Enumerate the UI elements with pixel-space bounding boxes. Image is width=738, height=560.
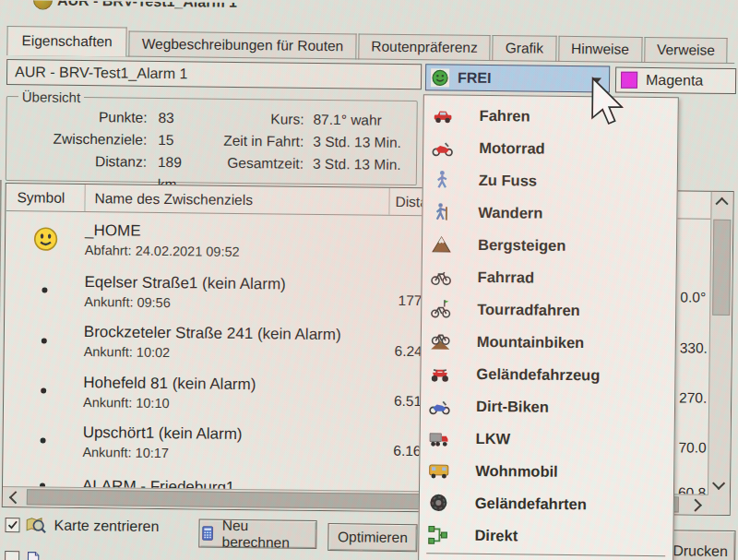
activity-value: FREI (458, 69, 492, 86)
menu-item-fahrrad[interactable]: Fahrrad (422, 260, 675, 295)
center-map-checkbox[interactable] (5, 518, 19, 532)
waypoint-name: Eqelser Straße1 (kein Alarm) (84, 273, 379, 295)
menu-item-wohnmobil[interactable]: Wohnmobil (420, 454, 673, 489)
menu-item-gelaendefahrten[interactable]: Geländefahrten (420, 486, 673, 521)
color-value: Magenta (646, 72, 703, 89)
menu-item-label: Direkt (474, 527, 518, 545)
dot-icon (42, 288, 47, 293)
waypoint-cell: Brockzeteler Straße 241 (kein Alarm) Ank… (84, 323, 379, 363)
column-header-symbol[interactable]: Symbol (6, 184, 85, 211)
waypoint-course: 270. (679, 389, 709, 406)
color-combobox[interactable]: Magenta (615, 67, 736, 94)
center-map-option[interactable]: Karte zentrieren (5, 515, 159, 536)
window-titlebar: AUR - BRV-Test1_Alarm 1 (0, 0, 738, 21)
route-name-input[interactable] (6, 59, 422, 89)
waypoint-cell: Eqelser Straße1 (kein Alarm) Ankunft: 09… (84, 273, 379, 313)
menu-item-lkw[interactable]: LKW (420, 422, 673, 457)
recalculate-label: Neu berechnen (222, 517, 316, 551)
waypoint-symbol-cell (5, 287, 84, 293)
menu-separator (426, 553, 665, 556)
activity-combobox[interactable]: FREI (425, 64, 610, 92)
value-punkte: 83 (147, 107, 200, 130)
clipped-checkbox[interactable] (5, 551, 19, 560)
menu-item-label: Tourradfahren (477, 301, 580, 319)
value-zeit-in-fahrt: 3 Std. 13 Min. (304, 131, 412, 154)
map-magnifier-icon (25, 515, 46, 534)
scroll-right-icon[interactable] (689, 499, 702, 512)
waypoint-name: Brockzeteler Straße 241 (kein Alarm) (84, 323, 379, 345)
scroll-left-icon[interactable] (9, 491, 22, 504)
label-zeit-in-fahrt: Zeit in Fahrt: (200, 129, 304, 152)
menu-item-label: Motorrad (479, 139, 545, 158)
tab-wegbeschreibungen[interactable]: Wegbeschreibungen für Routen (129, 31, 357, 60)
motorcycle-icon (432, 137, 453, 158)
waypoint-symbol-cell (4, 387, 83, 394)
tab-eigenschaften[interactable]: Eigenschaften (6, 26, 127, 56)
menu-item-gelaendefahrzeug[interactable]: Geländefahrzeug (421, 357, 674, 392)
hiker-icon (431, 201, 452, 222)
scroll-down-icon[interactable] (712, 477, 725, 490)
checkmark-icon (6, 519, 18, 530)
optimize-label: Optimieren (338, 529, 408, 546)
vertical-scrollbar[interactable] (708, 192, 733, 495)
waypoint-name: Upschört1 (kein Alarm) (83, 423, 378, 446)
activity-dropdown-menu: Fahren Motorrad Zu Fuss Wandern Bergstei… (418, 94, 679, 560)
overview-groupbox: Übersicht Punkte: 83 Kurs: 87.1° wahr Zw… (6, 89, 418, 185)
waypoint-symbol-cell (5, 338, 84, 344)
tab-grafik[interactable]: Grafik (493, 35, 557, 62)
calculator-icon (199, 524, 215, 542)
optimize-button[interactable]: Optimieren (327, 523, 417, 552)
direct-route-icon (427, 524, 448, 545)
column-header-name[interactable]: Name des Zwischenziels (85, 185, 389, 215)
overview-legend: Übersicht (18, 89, 85, 105)
value-zwischenziele: 15 (147, 129, 200, 152)
window-title: AUR - BRV-Test1_Alarm 1 (57, 0, 237, 11)
print-label: Drucken (673, 542, 728, 560)
menu-item-motorrad[interactable]: Motorrad (423, 131, 677, 166)
menu-item-label: Fahrrad (478, 268, 535, 287)
waypoint-cell: Upschört1 (kein Alarm) Ankunft: 10:17 (82, 423, 377, 463)
menu-item-mountainbiken[interactable]: Mountainbiken (422, 325, 675, 360)
vertical-scrollbar-thumb[interactable] (712, 220, 731, 316)
bicycle-icon (430, 266, 451, 287)
menu-item-direkt[interactable]: Direkt (419, 518, 673, 554)
scrollbar-corner (708, 495, 730, 515)
tab-routenpraeferenz[interactable]: Routenpräferenz (358, 33, 491, 61)
menu-item-label: Geländefahrten (475, 494, 587, 513)
waypoint-time: Ankunft: 10:02 (84, 344, 379, 363)
menu-item-label: Wandern (478, 204, 542, 222)
app-smiley-icon (33, 0, 53, 10)
waypoint-time: Ankunft: 10:17 (82, 445, 377, 463)
waypoint-cell: _HOME Abfahrt: 24.02.2021 09:52 (85, 221, 380, 261)
menu-item-wandern[interactable]: Wandern (423, 196, 676, 231)
menu-item-label: Mountainbiken (477, 333, 585, 351)
menu-item-fahren[interactable]: Fahren (423, 99, 677, 134)
menu-item-label: Wohnmobil (475, 462, 558, 481)
dot-icon (41, 438, 46, 444)
waypoint-name: _HOME (85, 221, 380, 244)
center-map-label: Karte zentrieren (54, 517, 159, 534)
quad-icon (429, 363, 450, 384)
recalculate-button[interactable]: Neu berechnen (198, 518, 316, 548)
label-zwischenziele: Zwischenziele: (10, 127, 147, 151)
clipped-bottom-option[interactable] (5, 551, 42, 560)
dot-icon (41, 388, 46, 394)
menu-item-label: Bergsteigen (478, 236, 566, 255)
document-icon (25, 551, 42, 560)
scroll-up-icon[interactable] (715, 197, 728, 210)
tab-hinweise[interactable]: Hinweise (558, 36, 642, 63)
menu-item-bergsteigen[interactable]: Bergsteigen (423, 228, 676, 263)
waypoint-symbol-cell (6, 226, 85, 252)
mouse-cursor (590, 77, 624, 125)
menu-item-zu-fuss[interactable]: Zu Fuss (423, 163, 677, 198)
menu-item-tourradfahren[interactable]: Tourradfahren (422, 292, 675, 328)
yellow-smiley-icon (32, 226, 57, 251)
tab-verweise[interactable]: Verweise (644, 37, 728, 64)
truck-icon (429, 427, 450, 448)
waypoint-time: Ankunft: 10:10 (83, 395, 378, 413)
touring-bike-icon (430, 298, 451, 319)
menu-item-dirt-biken[interactable]: Dirt-Biken (421, 389, 674, 424)
waypoint-course: 330. (680, 340, 710, 356)
waypoint-name: Hohefeld 81 (kein Alarm) (83, 374, 378, 396)
camper-icon (428, 459, 449, 481)
